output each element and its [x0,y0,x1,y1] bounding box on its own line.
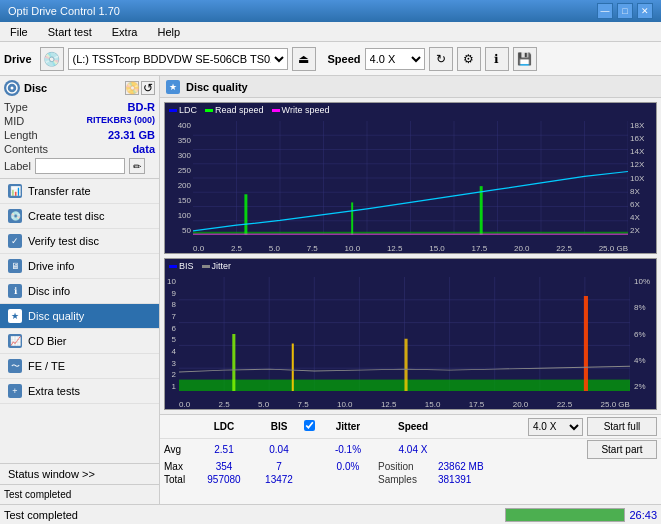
fe-te-icon: 〜 [8,359,22,373]
eject-button[interactable]: ⏏ [292,47,316,71]
svg-rect-21 [351,202,353,235]
charts-container: LDC Read speed Write speed 400 350 [160,98,661,414]
start-part-button[interactable]: Start part [587,440,657,459]
menu-extra[interactable]: Extra [106,24,144,40]
write-color [272,109,280,112]
bis-label: BIS [179,261,194,271]
nav-create-test-disc[interactable]: 💿 Create test disc [0,204,159,229]
extra-tests-icon: + [8,384,22,398]
nav-label-extra-tests: Extra tests [28,385,80,397]
avg-jitter: -0.1% [318,444,378,455]
disc-refresh-btn[interactable]: ↺ [141,81,155,95]
statusbar-text: Test completed [4,509,501,521]
ldc-color [169,109,177,112]
read-label: Read speed [215,105,264,115]
y-axis-left-2: 10 9 8 7 6 5 4 3 2 1 [165,277,177,391]
checkbox-col [304,420,318,433]
statusbar-progress-container [505,508,625,522]
samples-label-text: Samples [378,474,417,485]
legend-jitter: Jitter [202,261,232,271]
save-button[interactable]: 💾 [513,47,537,71]
contents-label: Contents [4,143,48,155]
bis-chart: BIS Jitter 10 9 8 7 6 5 4 [164,258,657,410]
panel-header: ★ Disc quality [160,76,661,98]
nav-list: 📊 Transfer rate 💿 Create test disc ✓ Ver… [0,179,159,404]
legend-ldc: LDC [169,105,197,115]
status-section: Status window >> Test completed [0,463,159,504]
nav-fe-te[interactable]: 〜 FE / TE [0,354,159,379]
menu-help[interactable]: Help [151,24,186,40]
transfer-rate-icon: 📊 [8,184,22,198]
refresh-button[interactable]: ↻ [429,47,453,71]
nav-disc-info[interactable]: ℹ Disc info [0,279,159,304]
chart1-legend: LDC Read speed Write speed [169,105,329,115]
disc-type-row: Type BD-R [4,100,155,114]
nav-label-disc-quality: Disc quality [28,310,84,322]
settings-button[interactable]: ⚙ [457,47,481,71]
disc-info-icon: ℹ [8,284,22,298]
jitter-color [202,265,210,268]
total-label: Total [164,474,194,485]
label-label: Label [4,160,31,172]
speed-select[interactable]: 4.0 X [365,48,425,70]
read-color [205,109,213,112]
chart1-x-axis: 0.0 2.5 5.0 7.5 10.0 12.5 15.0 17.5 20.0… [193,244,628,253]
nav-drive-info[interactable]: 🖥 Drive info [0,254,159,279]
avg-bis: 0.04 [254,444,304,455]
chart2-x-axis: 0.0 2.5 5.0 7.5 10.0 12.5 15.0 17.5 20.0… [179,400,630,409]
svg-rect-39 [232,334,235,391]
nav-label-fe-te: FE / TE [28,360,65,372]
y-axis-right-2: 10% 8% 6% 4% 2% [632,277,656,391]
type-value: BD-R [128,101,156,113]
max-row: Max 354 7 0.0% Position 23862 MB [160,460,661,473]
svg-rect-22 [480,186,483,235]
max-jitter: 0.0% [318,461,378,472]
stats-header-row: LDC BIS Jitter Speed 4.0 X Start full [160,415,661,439]
window-controls: — □ ✕ [597,3,653,19]
max-bis: 7 [254,461,304,472]
nav-extra-tests[interactable]: + Extra tests [0,379,159,404]
max-label: Max [164,461,194,472]
left-panel: Disc 📀 ↺ Type BD-R MID RITEKBR3 (000) Le… [0,76,160,504]
toolbar: Drive 💿 (L:) TSSTcorp BDDVDW SE-506CB TS… [0,42,661,76]
nav-disc-quality[interactable]: ★ Disc quality [0,304,159,329]
disc-mid-row: MID RITEKBR3 (000) [4,114,155,128]
info-button[interactable]: ℹ [485,47,509,71]
chart2-svg [179,277,630,391]
close-button[interactable]: ✕ [637,3,653,19]
panel-header-icon: ★ [166,80,180,94]
status-bar: Test completed 26:43 [0,504,661,524]
label-edit-button[interactable]: ✏ [129,158,145,174]
disc-icon-btn[interactable]: 📀 [125,81,139,95]
verify-test-icon: ✓ [8,234,22,248]
ldc-chart: LDC Read speed Write speed 400 350 [164,102,657,254]
nav-cd-bier[interactable]: 📈 CD Bier [0,329,159,354]
label-input[interactable] [35,158,125,174]
status-window-button[interactable]: Status window >> [0,464,159,485]
cd-bier-icon: 📈 [8,334,22,348]
menu-start-test[interactable]: Start test [42,24,98,40]
disc-length-row: Length 23.31 GB [4,128,155,142]
minimize-button[interactable]: — [597,3,613,19]
mid-value: RITEKBR3 (000) [86,115,155,127]
position-label-text: Position [378,461,414,472]
bis-header: BIS [254,421,304,432]
contents-value: data [132,143,155,155]
nav-transfer-rate[interactable]: 📊 Transfer rate [0,179,159,204]
start-full-button[interactable]: Start full [587,417,657,436]
menu-file[interactable]: File [4,24,34,40]
jitter-checkbox[interactable] [304,420,315,431]
position-label: Position [378,461,438,472]
length-label: Length [4,129,38,141]
length-value: 23.31 GB [108,129,155,141]
speed-dropdown[interactable]: 4.0 X [528,418,583,436]
drive-select[interactable]: (L:) TSSTcorp BDDVDW SE-506CB TS02 [68,48,288,70]
nav-label-verify-test: Verify test disc [28,235,99,247]
nav-verify-test-disc[interactable]: ✓ Verify test disc [0,229,159,254]
maximize-button[interactable]: □ [617,3,633,19]
avg-ldc: 2.51 [194,444,254,455]
avg-row: Avg 2.51 0.04 -0.1% 4.04 X Start part [160,439,661,460]
test-status-text: Test completed [4,489,155,500]
title-bar: Opti Drive Control 1.70 — □ ✕ [0,0,661,22]
total-bis: 13472 [254,474,304,485]
